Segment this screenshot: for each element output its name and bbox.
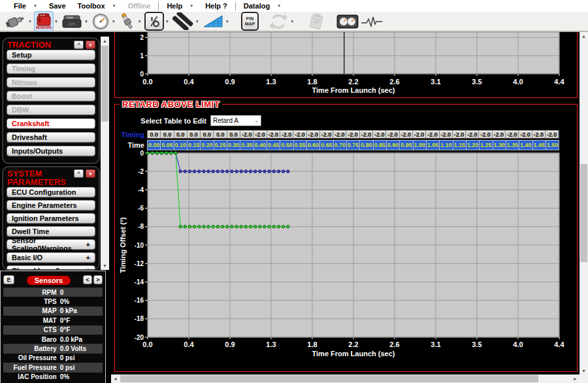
toolbar-button-sync[interactable] (268, 12, 289, 31)
main-vertical-scroll-thumb[interactable] (580, 164, 587, 262)
timing-cell-3[interactable]: 0.0 (188, 131, 201, 138)
main-scroll-left-icon[interactable]: ◄ (111, 375, 120, 383)
time-cell-20[interactable]: 1.00 (414, 141, 426, 150)
toolbar-button-io[interactable] (144, 12, 164, 31)
toolbar-dropdown-arrow-icon[interactable]: ▼ (165, 20, 169, 24)
sidebar-button-ignition-parameters[interactable]: Ignition Parameters (7, 213, 95, 224)
timing-cell-24[interactable]: -2.0 (466, 131, 479, 138)
timing-cell-17[interactable]: -2.0 (373, 131, 386, 138)
time-cell-3[interactable]: 0.15 (188, 141, 200, 150)
timing-cell-29[interactable]: -2.0 (532, 131, 546, 138)
time-cell-7[interactable]: 0.35 (240, 141, 253, 150)
time-cell-22[interactable]: 1.10 (440, 141, 452, 150)
time-cell-19[interactable]: 0.95 (400, 141, 412, 150)
sensors-next-button[interactable]: > (93, 275, 103, 284)
sidebar-button-driveshaft[interactable]: Driveshaft (7, 132, 95, 142)
time-cell-12[interactable]: 0.60 (307, 141, 319, 150)
time-cell-16[interactable]: 0.80 (360, 141, 372, 150)
time-cell-9[interactable]: 0.45 (267, 141, 280, 150)
timing-cell-19[interactable]: -2.0 (400, 131, 413, 138)
timing-cell-1[interactable]: 0.0 (161, 131, 174, 138)
timing-cell-11[interactable]: -2.0 (293, 131, 306, 138)
timing-cell-8[interactable]: -2.0 (253, 131, 267, 138)
main-horizontal-scroll-thumb[interactable] (120, 375, 538, 382)
toolbar-button-pulse[interactable] (359, 12, 384, 31)
sidebar-button-closed-loop-learn[interactable]: Closed Loop/Learn+ (7, 265, 95, 271)
toolbar-button-ecu[interactable]: EFI (61, 12, 83, 31)
toolbar-dropdown-arrow-icon[interactable]: ▼ (112, 20, 116, 24)
timing-cell-30[interactable]: -2.0 (546, 131, 559, 138)
sidebar-button-boost[interactable]: Boost (7, 91, 95, 101)
time-cell-1[interactable]: 0.05 (161, 141, 173, 150)
timing-cell-5[interactable]: 0.0 (214, 131, 227, 138)
time-cell-26[interactable]: 1.30 (493, 141, 506, 150)
timing-cell-2[interactable]: 0.0 (174, 131, 188, 138)
time-cell-11[interactable]: 0.55 (294, 141, 306, 150)
sidebar-button-ecu-configuration[interactable]: ECU Configuration (7, 187, 95, 197)
sidebar-button-engine-parameters[interactable]: Engine Parameters (7, 200, 95, 210)
menu-item-datalog[interactable]: Datalog▼ (238, 0, 287, 12)
time-cell-25[interactable]: 1.25 (480, 141, 492, 150)
time-cell-2[interactable]: 0.10 (174, 141, 187, 150)
time-cell-6[interactable]: 0.30 (227, 141, 240, 150)
timing-cell-23[interactable]: -2.0 (453, 131, 466, 138)
sidebar-button-setup[interactable]: Setup (7, 50, 95, 60)
toolbar-dropdown-arrow-icon[interactable]: ▼ (28, 20, 32, 24)
sidebar-scrollbar[interactable]: ▲ ▼ (101, 37, 109, 270)
sidebar-button-basic-io[interactable]: Basic I/O+ (7, 252, 95, 263)
time-cell-27[interactable]: 1.35 (506, 141, 519, 150)
time-cell-8[interactable]: 0.40 (254, 141, 267, 150)
sidebar-scroll-down-icon[interactable]: ▼ (101, 261, 109, 270)
menu-item-help[interactable]: Help▼ (161, 0, 199, 12)
menu-dropdown-arrow-icon[interactable]: ▼ (189, 4, 193, 8)
toolbar-dropdown-arrow-icon[interactable]: ▼ (195, 20, 199, 24)
toolbar-dropdown-arrow-icon[interactable]: ▼ (290, 20, 294, 24)
timing-cell-21[interactable]: -2.0 (426, 131, 439, 138)
toolbar-button-coil[interactable] (172, 12, 194, 31)
sensors-prev-button[interactable]: < (83, 275, 92, 284)
timing-cell-28[interactable]: -2.0 (519, 131, 532, 138)
timing-cell-0[interactable]: 0.0 (148, 131, 161, 138)
menu-dropdown-arrow-icon[interactable]: ▼ (277, 4, 281, 8)
menu-dropdown-arrow-icon[interactable]: ▼ (112, 4, 116, 8)
sensors-edit-button[interactable]: E (3, 275, 14, 284)
timing-cell-20[interactable]: -2.0 (413, 131, 426, 138)
timing-cell-22[interactable]: -2.0 (440, 131, 453, 138)
timing-cell-9[interactable]: -2.0 (267, 131, 280, 138)
toolbar-dropdown-arrow-icon[interactable]: ▼ (138, 20, 142, 24)
time-cell-15[interactable]: 0.75 (347, 141, 359, 150)
time-cell-18[interactable]: 0.90 (387, 141, 399, 150)
sidebar-button-timing[interactable]: Timing (7, 63, 95, 74)
menu-item-toolbox[interactable]: Toolbox▼ (72, 0, 122, 12)
time-cell-28[interactable]: 1.40 (519, 141, 532, 150)
system-collapse-button[interactable]: ^ (74, 169, 84, 178)
time-cell-4[interactable]: 0.20 (201, 141, 213, 150)
toolbar-button-notes[interactable] (306, 12, 327, 31)
time-cell-14[interactable]: 0.70 (334, 141, 346, 150)
menu-item-help-q[interactable]: Help ? (199, 0, 233, 12)
menu-item-file[interactable]: File▼ (8, 0, 43, 12)
main-vertical-scrollbar[interactable]: ▲ ▼ (580, 32, 588, 375)
sidebar-button-inputs-outputs[interactable]: Inputs/Outputs (7, 146, 95, 156)
sidebar-button-dbw[interactable]: DBW (7, 105, 95, 115)
menu-dropdown-arrow-icon[interactable]: ▼ (33, 4, 37, 8)
sidebar-button-sensor-scaling-warnings[interactable]: Sensor Scaling/Warnings+ (7, 239, 95, 250)
sidebar-button-nitrous[interactable]: Nitrous (7, 77, 95, 88)
timing-cell-25[interactable]: -2.0 (479, 131, 492, 138)
timing-cell-12[interactable]: -2.0 (307, 131, 320, 138)
time-cell-17[interactable]: 0.85 (374, 141, 386, 150)
sidebar-button-dwell-time[interactable]: Dwell Time (7, 226, 95, 237)
toolbar-button-gauge[interactable] (91, 12, 110, 31)
menu-item-save[interactable]: Save (43, 0, 72, 12)
toolbar-button-sensors[interactable]: SENSORS (35, 12, 53, 31)
top-chart[interactable]: 0.00.40.91.31.82.22.63.13.54.04.4012Time… (115, 32, 577, 97)
timing-cell-4[interactable]: 0.0 (201, 131, 214, 138)
main-scroll-up-icon[interactable]: ▲ (580, 32, 588, 41)
timing-cell-7[interactable]: -2.0 (240, 131, 253, 138)
time-cell-21[interactable]: 1.05 (427, 141, 439, 150)
timing-cell-13[interactable]: -2.0 (320, 131, 333, 138)
toolbar-button-injector[interactable] (3, 12, 27, 31)
toolbar-button-gauges[interactable] (336, 12, 359, 31)
traction-collapse-button[interactable]: ^ (74, 41, 84, 49)
toolbar-dropdown-arrow-icon[interactable]: ▼ (225, 20, 229, 24)
